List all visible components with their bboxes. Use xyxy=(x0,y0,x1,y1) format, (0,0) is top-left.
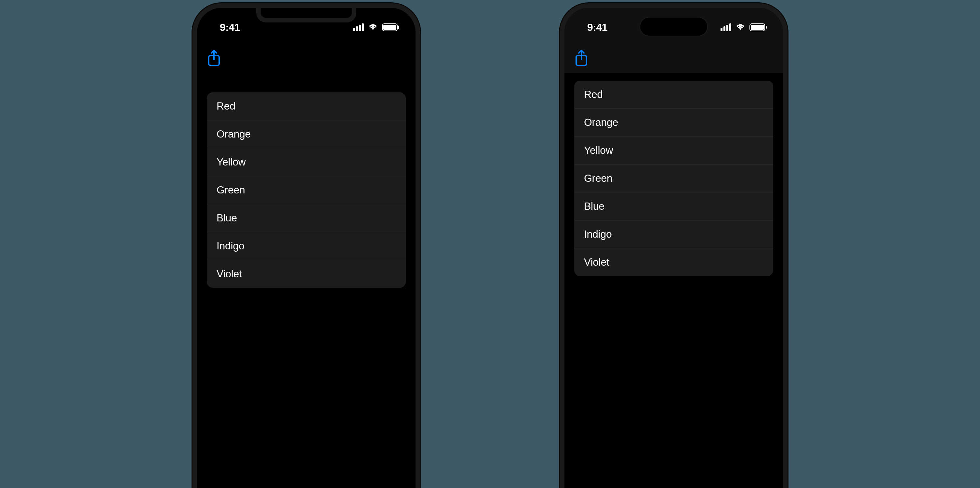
screen: 9:41 xyxy=(197,8,415,488)
screen: 9:41 xyxy=(565,8,783,488)
list-item-blue[interactable]: Blue xyxy=(207,204,406,232)
cellular-signal-icon xyxy=(721,24,731,31)
dynamic-island xyxy=(640,17,708,37)
nav-bar xyxy=(197,44,415,73)
battery-icon xyxy=(382,24,399,31)
status-icons xyxy=(353,24,399,31)
list-item-red[interactable]: Red xyxy=(574,81,773,108)
list-item-orange[interactable]: Orange xyxy=(207,120,406,148)
status-time: 9:41 xyxy=(587,21,608,33)
list-item-label: Red xyxy=(216,100,235,112)
wifi-icon xyxy=(735,24,746,31)
phone-frame-island: 9:41 xyxy=(560,3,788,488)
list-item-label: Yellow xyxy=(584,145,613,156)
share-button[interactable] xyxy=(207,50,221,67)
list-panel: Red Orange Yellow Green Blue Indigo Viol… xyxy=(207,92,406,288)
notch xyxy=(256,3,356,22)
list-item-label: Red xyxy=(584,88,603,100)
share-button[interactable] xyxy=(574,50,589,67)
list-item-red[interactable]: Red xyxy=(207,92,406,120)
list-item-indigo[interactable]: Indigo xyxy=(207,232,406,260)
list-item-indigo[interactable]: Indigo xyxy=(574,221,773,248)
phone-frame-notch: 9:41 xyxy=(192,3,420,488)
list-panel: Red Orange Yellow Green Blue Indigo Viol… xyxy=(574,81,773,276)
list-item-violet[interactable]: Violet xyxy=(574,248,773,276)
list-item-label: Green xyxy=(584,172,612,184)
list-item-label: Violet xyxy=(584,256,609,268)
list-item-green[interactable]: Green xyxy=(574,165,773,192)
list-item-orange[interactable]: Orange xyxy=(574,108,773,137)
cellular-signal-icon xyxy=(353,24,364,31)
list-item-label: Indigo xyxy=(584,228,612,240)
list-item-green[interactable]: Green xyxy=(207,176,406,204)
list-item-label: Green xyxy=(216,184,245,196)
list-item-label: Blue xyxy=(216,212,237,224)
content-area: Red Orange Yellow Green Blue Indigo Viol… xyxy=(565,73,783,276)
list-item-label: Violet xyxy=(216,268,242,280)
list-item-label: Orange xyxy=(584,116,618,128)
list-item-yellow[interactable]: Yellow xyxy=(207,148,406,176)
wifi-icon xyxy=(368,24,378,31)
list-item-label: Yellow xyxy=(216,156,246,168)
list-item-violet[interactable]: Violet xyxy=(207,260,406,288)
list-item-label: Indigo xyxy=(216,240,244,252)
list-item-yellow[interactable]: Yellow xyxy=(574,137,773,165)
list-item-label: Orange xyxy=(216,128,251,140)
status-icons xyxy=(721,24,767,31)
status-time: 9:41 xyxy=(220,21,240,33)
battery-icon xyxy=(749,24,767,31)
list-item-blue[interactable]: Blue xyxy=(574,192,773,221)
list-item-label: Blue xyxy=(584,200,605,212)
content-area: Red Orange Yellow Green Blue Indigo Viol… xyxy=(197,73,415,288)
